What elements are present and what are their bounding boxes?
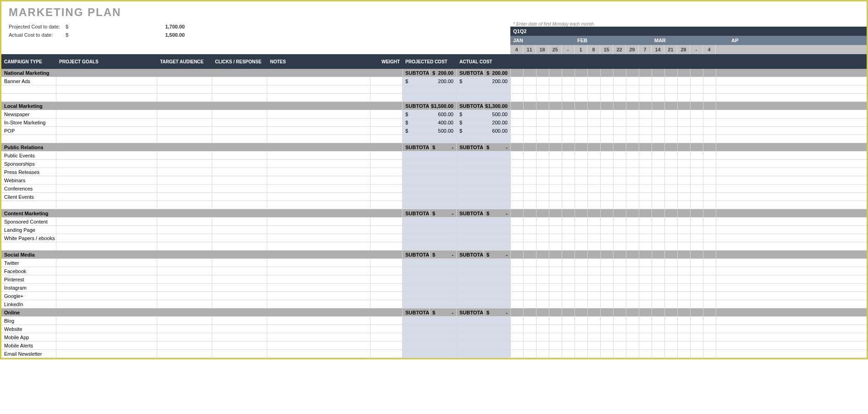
actual-cost-cell[interactable] [457, 151, 511, 159]
calendar-cell[interactable] [665, 94, 678, 101]
actual-cost-cell[interactable] [457, 259, 511, 267]
calendar-cell[interactable] [536, 135, 549, 143]
calendar-cell[interactable] [549, 135, 562, 143]
calendar-cell[interactable] [652, 209, 665, 217]
calendar-cell[interactable] [575, 292, 588, 300]
calendar-cell[interactable] [639, 151, 652, 159]
calendar-cell[interactable] [588, 234, 601, 242]
calendar-cell[interactable] [588, 85, 601, 93]
calendar-cell[interactable] [524, 127, 536, 134]
calendar-cell[interactable] [652, 127, 665, 134]
calendar-cell[interactable] [562, 350, 575, 358]
calendar-cell[interactable] [652, 333, 665, 341]
calendar-cell[interactable] [678, 267, 691, 275]
calendar-cell[interactable] [639, 185, 652, 192]
projected-cost-cell[interactable] [403, 242, 457, 250]
calendar-cell[interactable] [652, 94, 665, 101]
calendar-cell[interactable] [691, 341, 703, 349]
goals-cell[interactable] [56, 85, 157, 93]
campaign-cell[interactable]: Press Releases [1, 168, 56, 176]
calendar-cell[interactable] [524, 185, 536, 192]
weight-cell[interactable] [370, 201, 403, 209]
actual-cost-cell[interactable] [457, 284, 511, 291]
calendar-cell[interactable] [549, 209, 562, 217]
calendar-cell[interactable] [665, 325, 678, 333]
calendar-cell[interactable] [652, 185, 665, 192]
table-row[interactable]: Public Events [1, 151, 868, 160]
calendar-cell[interactable] [639, 110, 652, 118]
audience-cell[interactable] [157, 292, 212, 300]
calendar-cell[interactable] [536, 234, 549, 242]
calendar-cell[interactable] [614, 317, 626, 324]
calendar-cell[interactable] [691, 251, 703, 258]
calendar-cell[interactable] [691, 176, 703, 184]
goals-cell[interactable] [56, 350, 157, 358]
audience-cell[interactable] [157, 275, 212, 283]
calendar-cell[interactable] [562, 118, 575, 126]
calendar-cell[interactable] [626, 259, 639, 267]
clicks-cell[interactable] [212, 275, 267, 283]
weight-cell[interactable] [370, 118, 403, 126]
calendar-cell[interactable] [511, 127, 524, 134]
projected-cost-cell[interactable] [403, 218, 457, 225]
calendar-cell[interactable] [575, 333, 588, 341]
calendar-cell[interactable] [588, 143, 601, 151]
calendar-cell[interactable] [703, 284, 716, 291]
table-row[interactable]: Newspaper $600.00 $500.00 [1, 110, 868, 118]
calendar-cell[interactable] [652, 102, 665, 110]
audience-cell[interactable] [157, 160, 212, 168]
calendar-cell[interactable] [626, 151, 639, 159]
calendar-cell[interactable] [524, 168, 536, 176]
calendar-cell[interactable] [536, 77, 549, 85]
audience-cell[interactable] [157, 201, 212, 209]
clicks-cell[interactable] [212, 94, 267, 101]
calendar-cell[interactable] [588, 242, 601, 250]
calendar-cell[interactable] [601, 69, 614, 77]
calendar-cell[interactable] [614, 85, 626, 93]
calendar-cell[interactable] [626, 77, 639, 85]
clicks-cell[interactable] [212, 226, 267, 234]
calendar-cell[interactable] [562, 168, 575, 176]
calendar-cell[interactable] [524, 325, 536, 333]
calendar-cell[interactable] [678, 218, 691, 225]
calendar-cell[interactable] [562, 193, 575, 201]
calendar-cell[interactable] [536, 85, 549, 93]
goals-cell[interactable] [56, 317, 157, 324]
actual-cost-cell[interactable] [457, 350, 511, 358]
actual-cost-cell[interactable] [457, 242, 511, 250]
calendar-cell[interactable] [549, 251, 562, 258]
calendar-cell[interactable] [678, 160, 691, 168]
calendar-cell[interactable] [665, 168, 678, 176]
calendar-cell[interactable] [678, 94, 691, 101]
projected-cost-cell[interactable]: $500.00 [403, 127, 457, 134]
calendar-cell[interactable] [626, 267, 639, 275]
calendar-cell[interactable] [678, 242, 691, 250]
calendar-cell[interactable] [562, 143, 575, 151]
calendar-cell[interactable] [703, 325, 716, 333]
table-row[interactable] [1, 201, 868, 209]
calendar-cell[interactable] [703, 77, 716, 85]
calendar-cell[interactable] [614, 259, 626, 267]
calendar-cell[interactable] [691, 168, 703, 176]
calendar-cell[interactable] [588, 226, 601, 234]
calendar-cell[interactable] [614, 143, 626, 151]
actual-cost-cell[interactable] [457, 218, 511, 225]
calendar-cell[interactable] [639, 234, 652, 242]
audience-cell[interactable] [157, 151, 212, 159]
calendar-cell[interactable] [536, 69, 549, 77]
calendar-cell[interactable] [626, 325, 639, 333]
calendar-cell[interactable] [665, 185, 678, 192]
calendar-cell[interactable] [549, 292, 562, 300]
calendar-cell[interactable] [588, 77, 601, 85]
calendar-cell[interactable] [524, 259, 536, 267]
calendar-cell[interactable] [562, 292, 575, 300]
calendar-cell[interactable] [524, 242, 536, 250]
goals-cell[interactable] [56, 333, 157, 341]
calendar-cell[interactable] [691, 308, 703, 316]
calendar-cell[interactable] [575, 135, 588, 143]
calendar-cell[interactable] [549, 317, 562, 324]
calendar-cell[interactable] [601, 151, 614, 159]
calendar-cell[interactable] [614, 77, 626, 85]
calendar-cell[interactable] [575, 160, 588, 168]
table-row[interactable]: Twitter [1, 259, 868, 267]
